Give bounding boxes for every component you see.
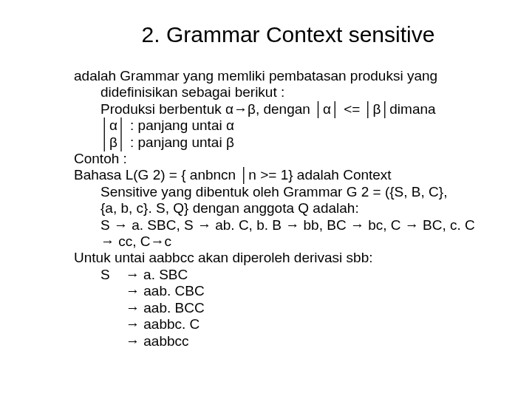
deriv-3: → aab. BCC (74, 300, 502, 316)
line-9: {a, b, c}. S, Q} dengan anggota Q adalah… (74, 200, 502, 216)
deriv-2: → aab. CBC (74, 283, 502, 299)
line-2: didefinisikan sebagai berikut : (74, 84, 502, 100)
line-4: │α│ : panjang untai α (74, 117, 502, 134)
slide-body: adalah Grammar yang memliki pembatasan p… (30, 68, 502, 349)
deriv-1: S → a. SBC (74, 267, 502, 283)
line-1: adalah Grammar yang memliki pembatasan p… (74, 68, 502, 84)
line-7: Bahasa L(G 2) = { anbncn │n >= 1} adalah… (74, 167, 502, 183)
deriv-5: → aabbcc (74, 333, 502, 349)
line-12: Untuk untai aabbcc akan diperoleh deriva… (74, 250, 502, 266)
line-10: S → a. SBC, S → ab. C, b. B → bb, BC → b… (74, 217, 502, 233)
line-3: Produksi berbentuk α→β, dengan │α│ <= │β… (74, 101, 502, 117)
slide-title: 2. Grammar Context sensitive (30, 22, 502, 47)
line-5: │β│ : panjang untai β (74, 134, 502, 151)
line-6: Contoh : (74, 151, 502, 167)
line-8: Sensitive yang dibentuk oleh Grammar G 2… (74, 184, 502, 200)
line-11: → cc, C→c (74, 233, 502, 250)
deriv-4: → aabbc. C (74, 316, 502, 332)
